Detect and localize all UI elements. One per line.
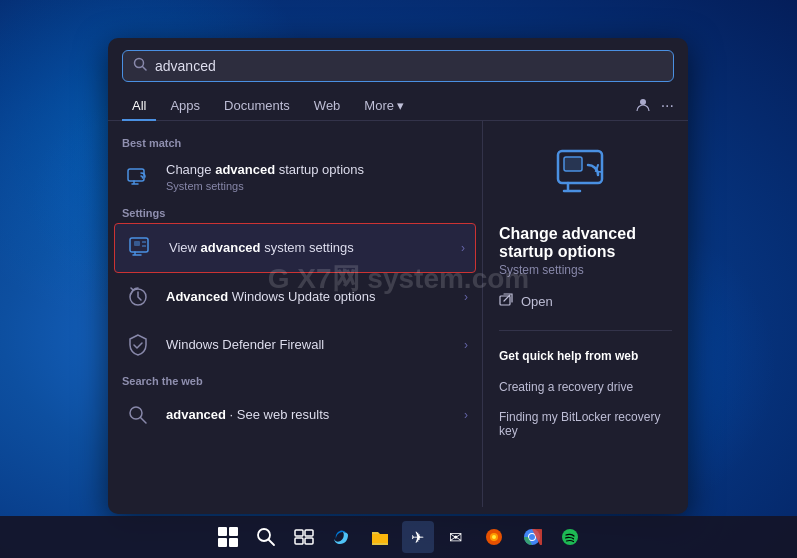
best-match-item[interactable]: Change advanced startup options System s… [108, 153, 482, 201]
advanced-windows-update-item[interactable]: Advanced Windows Update options › [108, 273, 482, 321]
svg-rect-24 [305, 538, 313, 544]
search-bar[interactable]: advanced [122, 50, 674, 82]
svg-rect-3 [128, 169, 144, 181]
svg-rect-5 [134, 241, 140, 246]
best-match-icon [122, 161, 154, 193]
arrow-right-icon-4: › [464, 408, 468, 422]
chevron-down-icon: ▾ [397, 98, 404, 113]
tab-more[interactable]: More ▾ [354, 92, 414, 121]
taskbar-taskview[interactable] [288, 521, 320, 553]
firewall-icon [122, 329, 154, 361]
start-button[interactable] [212, 521, 244, 553]
svg-rect-21 [295, 530, 303, 536]
nav-tabs: All Apps Documents Web More ▾ ··· [108, 92, 688, 121]
tab-apps[interactable]: Apps [160, 92, 210, 121]
taskbar-app2[interactable]: ✉ [440, 521, 472, 553]
tab-web[interactable]: Web [304, 92, 351, 121]
defender-text: Windows Defender Firewall [166, 337, 452, 354]
svg-rect-22 [305, 530, 313, 536]
taskbar-edge[interactable] [326, 521, 358, 553]
right-panel: Change advanced startup options System s… [483, 121, 688, 507]
svg-point-2 [640, 99, 646, 105]
system-settings-icon [125, 232, 157, 264]
tab-all[interactable]: All [122, 92, 156, 121]
settings-label: Settings [108, 201, 482, 223]
svg-rect-15 [218, 527, 227, 536]
search-web-icon [122, 399, 154, 431]
svg-line-10 [141, 418, 147, 424]
open-icon [499, 293, 513, 310]
search-web-label: Search the web [108, 369, 482, 391]
desktop: advanced All Apps Documents Web More ▾ ·… [0, 0, 797, 558]
quick-help-title: Get quick help from web [499, 349, 672, 363]
taskbar-app1[interactable]: ✈ [402, 521, 434, 553]
svg-line-20 [268, 540, 274, 546]
taskbar-chrome[interactable] [516, 521, 548, 553]
taskbar-browser[interactable] [478, 521, 510, 553]
web-search-item[interactable]: advanced · See web results › [108, 391, 482, 439]
left-panel: Best match Change advanced startup optio… [108, 121, 483, 507]
quick-help-link-2[interactable]: Finding my BitLocker recovery key [499, 407, 672, 441]
taskbar-explorer[interactable] [364, 521, 396, 553]
best-match-text: Change advanced startup options System s… [166, 162, 468, 192]
search-icon [133, 57, 147, 75]
svg-point-27 [492, 535, 496, 539]
tab-documents[interactable]: Documents [214, 92, 300, 121]
taskbar: ✈ ✉ [0, 516, 797, 558]
arrow-right-icon-2: › [464, 290, 468, 304]
view-advanced-system-settings-item[interactable]: View advanced system settings › [114, 223, 476, 273]
arrow-right-icon-3: › [464, 338, 468, 352]
view-advanced-text: View advanced system settings [169, 240, 449, 257]
arrow-right-icon: › [461, 241, 465, 255]
svg-rect-18 [229, 538, 238, 547]
start-menu: advanced All Apps Documents Web More ▾ ·… [108, 38, 688, 514]
svg-rect-23 [295, 538, 303, 544]
svg-point-30 [529, 534, 535, 540]
divider [499, 330, 672, 331]
update-text: Advanced Windows Update options [166, 289, 452, 306]
open-action[interactable]: Open [499, 287, 672, 316]
quick-help-link-1[interactable]: Creating a recovery drive [499, 377, 672, 397]
preview-icon-container [499, 137, 672, 209]
svg-rect-6 [142, 241, 146, 243]
preview-title: Change advanced startup options [499, 225, 672, 261]
web-search-text: advanced · See web results [166, 407, 452, 424]
svg-rect-17 [218, 538, 227, 547]
svg-rect-12 [564, 157, 582, 171]
svg-rect-16 [229, 527, 238, 536]
taskbar-search[interactable] [250, 521, 282, 553]
svg-rect-7 [142, 245, 146, 247]
preview-svg-icon [550, 137, 622, 209]
person-icon[interactable] [635, 97, 651, 116]
preview-subtitle: System settings [499, 263, 672, 277]
windows-defender-item[interactable]: Windows Defender Firewall › [108, 321, 482, 369]
content-area: Best match Change advanced startup optio… [108, 121, 688, 507]
search-query-text: advanced [155, 58, 663, 74]
more-options-icon[interactable]: ··· [661, 97, 674, 116]
best-match-label: Best match [108, 131, 482, 153]
taskbar-spotify[interactable] [554, 521, 586, 553]
update-icon [122, 281, 154, 313]
svg-line-1 [143, 67, 147, 71]
